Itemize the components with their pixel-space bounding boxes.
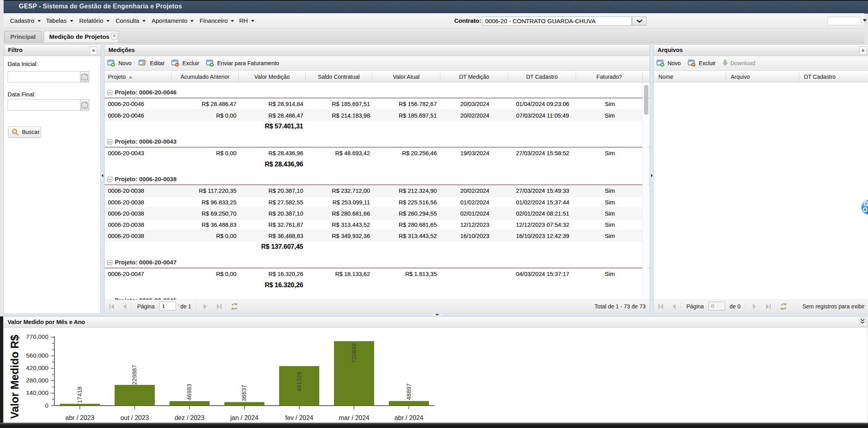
svg-text:420,000: 420,000 — [26, 364, 48, 371]
svg-text:0: 0 — [45, 402, 48, 409]
svg-text:dez / 2023: dez / 2023 — [174, 414, 204, 421]
svg-text:abr / 2023: abr / 2023 — [66, 414, 94, 421]
svg-text:abr / 2024: abr / 2024 — [394, 414, 423, 421]
svg-text:140,000: 140,000 — [26, 389, 48, 396]
svg-text:jan / 2024: jan / 2024 — [230, 414, 258, 421]
svg-text:46983: 46983 — [186, 384, 192, 400]
svg-text:280,000: 280,000 — [26, 377, 48, 384]
svg-text:17418: 17418 — [76, 386, 83, 403]
svg-text:out / 2023: out / 2023 — [120, 414, 149, 421]
svg-text:229887: 229887 — [131, 365, 138, 385]
svg-text:720849: 720849 — [350, 343, 357, 363]
svg-text:48897: 48897 — [405, 383, 412, 400]
svg-text:Valor Medido R$: Valor Medido R$ — [9, 335, 21, 419]
svg-text:770,000: 770,000 — [26, 333, 48, 340]
svg-text:36637: 36637 — [240, 385, 247, 402]
svg-text:fev / 2024: fev / 2024 — [285, 414, 313, 421]
svg-text:mar / 2024: mar / 2024 — [339, 414, 370, 421]
svg-text:441325: 441325 — [296, 372, 302, 392]
svg-text:560,000: 560,000 — [26, 352, 48, 359]
